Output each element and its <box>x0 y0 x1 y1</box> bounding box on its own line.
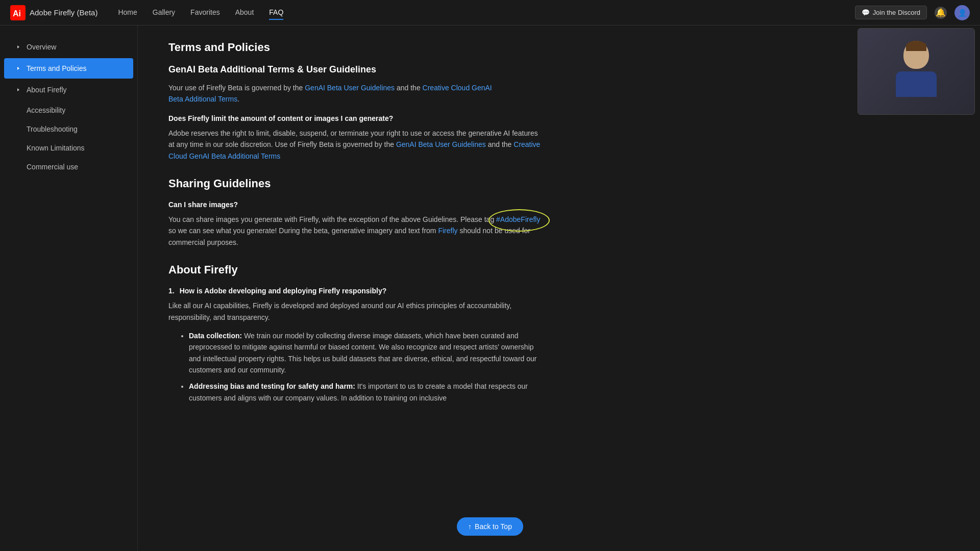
bullet-item-1: Data collection: We train our model by c… <box>189 330 541 376</box>
sidebar-item-commercial-use[interactable]: Commercial use <box>4 158 133 176</box>
svg-marker-2 <box>17 45 19 48</box>
genai-intro-text: Your use of Firefly Beta is governed by … <box>168 84 303 92</box>
sidebar-item-known-limitations-label: Known Limitations <box>27 144 85 152</box>
nav-gallery[interactable]: Gallery <box>153 6 175 20</box>
sidebar-item-troubleshooting-label: Troubleshooting <box>27 125 78 133</box>
sharing-guidelines-title: Sharing Guidelines <box>168 177 541 190</box>
video-person-frame <box>858 29 974 114</box>
numbered-item-1-text: How is Adobe developing and deploying Fi… <box>180 287 387 295</box>
person-figure <box>893 41 939 102</box>
adobe-logo-icon: Ai <box>10 5 26 20</box>
svg-marker-3 <box>17 67 19 70</box>
sidebar-item-commercial-use-label: Commercial use <box>27 163 78 171</box>
genai-link1[interactable]: GenAI Beta User Guidelines <box>305 84 395 92</box>
sidebar-item-about-firefly[interactable]: About Firefly <box>4 80 133 100</box>
header: Ai Adobe Firefly (Beta) Home Gallery Fav… <box>0 0 980 26</box>
genai-intro-paragraph: Your use of Firefly Beta is governed by … <box>168 82 541 105</box>
sidebar: Overview Terms and Policies About Firefl… <box>0 26 138 551</box>
about-intro-text: Like all our AI capabilities, Firefly is… <box>168 300 541 323</box>
header-right: 💬 Join the Discord 🔔 👤 <box>855 5 970 20</box>
bullet2-strong: Addressing bias and testing for safety a… <box>189 382 355 390</box>
page-container: Overview Terms and Policies About Firefl… <box>0 26 980 551</box>
question1-title: Does Firefly limit the amount of content… <box>168 114 541 122</box>
nav-about[interactable]: About <box>235 6 254 20</box>
question1-link1[interactable]: GenAI Beta User Guidelines <box>396 140 486 148</box>
terms-policies-title: Terms and Policies <box>168 41 541 54</box>
bell-icon: 🔔 <box>936 8 946 17</box>
sidebar-item-about-label: About Firefly <box>27 86 67 94</box>
hashtag-link[interactable]: #AdobeFirefly <box>496 215 540 223</box>
nav-favorites[interactable]: Favorites <box>190 6 220 20</box>
numbered-item-1: 1. How is Adobe developing and deploying… <box>168 287 541 295</box>
back-to-top-button[interactable]: ↑ Back to Top <box>457 517 523 536</box>
main-content: Terms and Policies GenAI Beta Additional… <box>138 26 572 551</box>
question1-mid-text: and the <box>488 140 512 148</box>
about-firefly-section-title: About Firefly <box>168 263 541 277</box>
person-hair <box>906 41 926 51</box>
bullet1-strong: Data collection: <box>189 332 242 340</box>
sidebar-item-overview[interactable]: Overview <box>4 37 133 57</box>
header-logo: Ai Adobe Firefly (Beta) <box>10 5 97 20</box>
sidebar-item-terms-label: Terms and Policies <box>27 64 87 72</box>
genai-period: . <box>237 95 239 103</box>
firefly-link[interactable]: Firefly <box>438 227 457 235</box>
question2-body-mid: so we can see what you generate! During … <box>168 227 436 235</box>
notification-icon[interactable]: 🔔 <box>935 7 947 19</box>
about-bullet-list: Data collection: We train our model by c… <box>168 330 541 404</box>
question2-title: Can I share images? <box>168 201 541 209</box>
sidebar-item-overview-label: Overview <box>27 43 56 51</box>
sidebar-item-known-limitations[interactable]: Known Limitations <box>4 139 133 157</box>
genai-link2-line1: Creative Cloud GenAI <box>423 84 492 92</box>
genai-middle-text: and the <box>397 84 421 92</box>
svg-marker-4 <box>17 88 19 91</box>
video-overlay <box>857 28 975 115</box>
header-nav: Home Gallery Favorites About FAQ <box>118 6 854 20</box>
question1-body: Adobe reserves the right to limit, disab… <box>168 128 541 162</box>
svg-text:Ai: Ai <box>13 9 21 18</box>
nav-faq[interactable]: FAQ <box>269 6 283 20</box>
question2-body: You can share images you generate with F… <box>168 214 541 248</box>
hashtag-highlighted: #AdobeFirefly <box>496 215 540 223</box>
sidebar-item-accessibility-label: Accessibility <box>27 106 65 114</box>
chevron-right-active-icon <box>14 64 22 72</box>
chevron-right-icon <box>14 43 22 51</box>
app-name: Adobe Firefly (Beta) <box>30 8 97 17</box>
person-head <box>903 41 929 69</box>
person-body <box>896 71 937 97</box>
genai-beta-title: GenAI Beta Additional Terms & User Guide… <box>168 64 541 75</box>
avatar-icon: 👤 <box>958 9 967 17</box>
nav-home[interactable]: Home <box>118 6 137 20</box>
genai-link2-line2: Beta Additional Terms <box>168 95 237 103</box>
back-to-top-label: Back to Top <box>475 522 512 531</box>
back-to-top-icon: ↑ <box>468 522 472 531</box>
join-discord-label: Join the Discord <box>873 9 920 16</box>
avatar[interactable]: 👤 <box>954 5 970 20</box>
discord-icon: 💬 <box>862 9 870 16</box>
join-discord-button[interactable]: 💬 Join the Discord <box>855 6 927 19</box>
bullet-item-2: Addressing bias and testing for safety a… <box>189 381 541 404</box>
question2-body-pre: You can share images you generate with F… <box>168 215 494 223</box>
numbered-item-1-num: 1. <box>168 287 175 295</box>
sidebar-item-accessibility[interactable]: Accessibility <box>4 101 133 119</box>
chevron-right-about-icon <box>14 86 22 94</box>
sidebar-item-terms[interactable]: Terms and Policies <box>4 58 133 79</box>
sidebar-item-troubleshooting[interactable]: Troubleshooting <box>4 120 133 138</box>
